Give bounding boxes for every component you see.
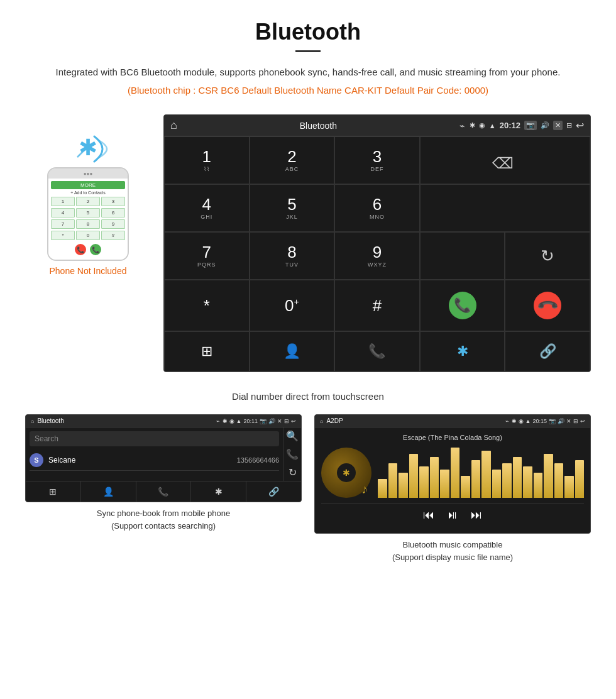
small-nav-phone[interactable]: 📞 — [136, 482, 192, 502]
phone-section: ✱ ●●● MORE + Add to Contacts 1 2 3 — [25, 114, 151, 276]
phonebook-sidebar: 🔍 📞 ↻ — [283, 427, 301, 481]
close-icon[interactable]: ✕ — [553, 121, 563, 130]
sidebar-search-icon[interactable]: 🔍 — [286, 430, 299, 442]
dial-key-2[interactable]: 2 ABC — [250, 136, 335, 184]
contact-name: Seicane — [48, 456, 232, 465]
page-title: Bluetooth — [38, 19, 578, 45]
large-screen-mockup: ⌂ Bluetooth ⌁ ✱ ◉ ▲ 20:12 📷 🔊 ✕ ⊟ ↩ 1 ⌇⌇ — [163, 114, 591, 372]
phonebook-usb-icon: ⌁ — [216, 418, 219, 424]
search-bar[interactable]: Search — [30, 431, 279, 446]
next-track-button[interactable]: ⏭ — [471, 509, 482, 522]
main-caption: Dial number direct from touchscreen — [0, 385, 616, 414]
call-icon: 📞 — [454, 297, 471, 314]
music-screen: ⌂ A2DP ⌁ ✱◉▲ 20:15 📷🔊✕⊟↩ Escape (The Pin… — [314, 414, 591, 534]
call-button-circle[interactable]: 📞 — [449, 292, 476, 319]
prev-track-button[interactable]: ⏮ — [423, 509, 434, 522]
music-caption: Bluetooth music compatible (Support disp… — [392, 534, 513, 568]
dial-key-1[interactable]: 1 ⌇⌇ — [164, 136, 250, 184]
music-caption-line2: (Support display music file name) — [392, 553, 513, 562]
dial-key-0[interactable]: 0+ — [250, 280, 335, 331]
dial-key-5[interactable]: 5 JKL — [250, 184, 335, 232]
dial-key-7[interactable]: 7 PQRS — [164, 232, 250, 280]
status-bar: ⌂ Bluetooth ⌁ ✱ ◉ ▲ 20:12 📷 🔊 ✕ ⊟ ↩ — [164, 115, 590, 136]
phonebook-screen-title: Bluetooth — [37, 417, 212, 424]
status-icons: ✱ ◉ ▲ 20:12 📷 🔊 ✕ ⊟ ↩ — [470, 119, 584, 131]
window-icon[interactable]: ⊟ — [566, 121, 572, 129]
home-icon[interactable]: ⌂ — [170, 119, 177, 132]
music-usb-icon: ⌁ — [505, 418, 509, 424]
album-disc: ✱ ♪ — [321, 448, 371, 498]
dial-end-button[interactable]: 📞 — [505, 280, 590, 331]
music-note-icon: ♪ — [361, 482, 368, 497]
bottom-screenshots: ⌂ Bluetooth ⌁ ✱◉▲ 20:11 📷🔊✕⊟↩ Search — [0, 414, 616, 581]
bluetooth-icon-wrap: ✱ — [66, 127, 110, 167]
phonebook-time: 20:11 — [243, 418, 258, 424]
search-placeholder: Search — [35, 434, 58, 443]
music-content: Escape (The Pina Colada Song) ✱ ♪ ⏮ ⏯ — [315, 427, 590, 533]
dial-key-hash[interactable]: # — [334, 280, 420, 331]
phone-green-bar: MORE — [51, 181, 125, 189]
dial-empty-row2 — [420, 184, 590, 232]
music-status-icons: ✱◉▲ 20:15 📷🔊✕⊟↩ — [512, 418, 585, 424]
music-screen-title: A2DP — [326, 417, 502, 424]
phonebook-status-bar: ⌂ Bluetooth ⌁ ✱◉▲ 20:11 📷🔊✕⊟↩ — [26, 415, 301, 427]
small-nav-contacts[interactable]: 👤 — [81, 482, 136, 502]
back-icon[interactable]: ↩ — [576, 119, 584, 131]
phonebook-caption-line1: Sync phone-book from mobile phone — [97, 509, 230, 518]
sidebar-phone-icon[interactable]: 📞 — [286, 448, 299, 460]
dial-refresh-button[interactable]: ↻ — [505, 232, 590, 280]
phonebook-content: Search S Seicane 13566664466 🔍 📞 — [26, 427, 301, 481]
volume-icon[interactable]: 🔊 — [541, 121, 549, 129]
dial-key-star[interactable]: * — [164, 280, 250, 331]
music-card: ⌂ A2DP ⌁ ✱◉▲ 20:15 📷🔊✕⊟↩ Escape (The Pin… — [314, 414, 591, 568]
dial-key-6[interactable]: 6 MNO — [334, 184, 420, 232]
phonebook-screen: ⌂ Bluetooth ⌁ ✱◉▲ 20:11 📷🔊✕⊟↩ Search — [25, 414, 302, 502]
dial-key-9[interactable]: 9 WXYZ — [334, 232, 420, 280]
music-time: 20:15 — [532, 418, 547, 424]
dial-key-8[interactable]: 8 TUV — [250, 232, 335, 280]
bottom-nav-phone[interactable]: 📞 — [334, 331, 420, 372]
signal-icon: ▲ — [489, 122, 496, 129]
play-pause-button[interactable]: ⏯ — [447, 509, 458, 522]
caption-text: Dial number direct from touchscreen — [232, 391, 384, 402]
song-title: Escape (The Pina Colada Song) — [321, 434, 584, 441]
phonebook-home-icon[interactable]: ⌂ — [31, 418, 34, 424]
title-divider — [295, 50, 321, 52]
dial-empty-row3 — [420, 232, 505, 280]
disc-inner: ✱ — [337, 463, 356, 482]
bluetooth-signal-icon: ✱ — [66, 127, 110, 165]
dial-key-3[interactable]: 3 DEF — [334, 136, 420, 184]
page-header: Bluetooth Integrated with BC6 Bluetooth … — [0, 0, 616, 102]
description-text: Integrated with BC6 Bluetooth module, su… — [38, 65, 578, 80]
music-status-bar: ⌂ A2DP ⌁ ✱◉▲ 20:15 📷🔊✕⊟↩ — [315, 415, 590, 427]
end-button-circle[interactable]: 📞 — [534, 292, 561, 319]
camera-icon[interactable]: 📷 — [524, 121, 537, 130]
dial-call-button[interactable]: 📞 — [420, 280, 505, 331]
dialpad: 1 ⌇⌇ 2 ABC 3 DEF ⌫ 4 GHI 5 JKL — [164, 136, 590, 372]
main-content: ✱ ●●● MORE + Add to Contacts 1 2 3 — [0, 102, 616, 385]
phonebook-status-icons: ✱◉▲ 20:11 📷🔊✕⊟↩ — [223, 418, 296, 424]
specs-text: (Bluetooth chip : CSR BC6 Default Blueto… — [38, 85, 578, 96]
music-home-icon[interactable]: ⌂ — [320, 418, 323, 424]
music-art-area: ✱ ♪ — [321, 448, 584, 498]
bottom-nav-grid[interactable]: ⊞ — [164, 331, 250, 372]
small-nav-bluetooth[interactable]: ✱ — [191, 482, 246, 502]
bottom-nav-contacts[interactable]: 👤 — [250, 331, 335, 372]
screen-title: Bluetooth — [182, 121, 454, 131]
small-nav-grid[interactable]: ⊞ — [26, 482, 81, 502]
sidebar-refresh-icon[interactable]: ↻ — [289, 466, 297, 478]
phone-screen: MORE + Add to Contacts 1 2 3 4 5 6 7 8 9 — [48, 179, 128, 260]
bottom-nav-bluetooth[interactable]: ✱ — [420, 331, 505, 372]
phone-add-contact: + Add to Contacts — [51, 190, 125, 195]
dial-display-backspace[interactable]: ⌫ — [420, 136, 590, 184]
contact-letter-text: S — [34, 456, 38, 464]
dial-key-4[interactable]: 4 GHI — [164, 184, 250, 232]
music-caption-line1: Bluetooth music compatible — [403, 540, 503, 549]
phonebook-caption-line2: (Support contacts searching) — [111, 521, 216, 531]
phonebook-card: ⌂ Bluetooth ⌁ ✱◉▲ 20:11 📷🔊✕⊟↩ Search — [25, 414, 302, 568]
phone-not-included-label: Phone Not Included — [50, 266, 127, 276]
small-nav-link[interactable]: 🔗 — [246, 482, 301, 502]
bottom-nav-link[interactable]: 🔗 — [505, 331, 590, 372]
location-icon: ◉ — [479, 121, 485, 129]
music-controls: ⏮ ⏯ ⏭ — [321, 503, 584, 527]
